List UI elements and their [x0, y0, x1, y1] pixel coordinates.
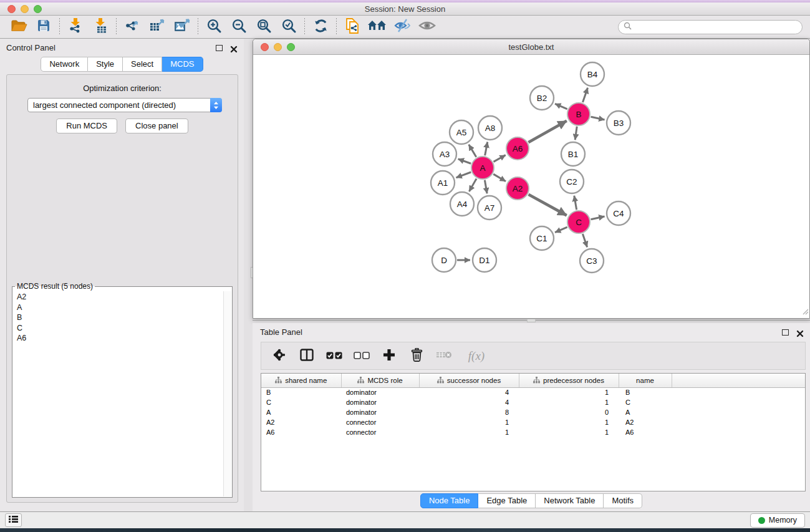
zoom-out-button[interactable] — [226, 17, 251, 37]
graph-edge-A-A4[interactable] — [469, 178, 476, 191]
export-image-button[interactable] — [170, 17, 195, 37]
graph-edge-A-A8[interactable] — [485, 142, 488, 156]
import-table-button[interactable] — [88, 17, 113, 37]
column-header[interactable]: predecessor nodes — [519, 374, 619, 387]
table-cell[interactable]: 1 — [419, 427, 519, 437]
tab-node-table[interactable]: Node Table — [420, 493, 479, 508]
column-header[interactable]: name — [619, 374, 672, 387]
graph-node-C4[interactable]: C4 — [607, 201, 630, 225]
toggle-column-button[interactable] — [297, 347, 316, 365]
graph-edge-A-A1[interactable] — [456, 172, 471, 178]
table-row[interactable]: Adominator80A — [261, 407, 805, 417]
tab-edge-table[interactable]: Edge Table — [478, 493, 536, 508]
memory-button[interactable]: Memory — [750, 513, 805, 528]
table-cell[interactable]: 0 — [519, 407, 619, 417]
table-cell[interactable]: 1 — [519, 427, 619, 437]
open-session-button[interactable] — [6, 17, 31, 37]
table-cell[interactable]: B — [619, 387, 672, 397]
graph-edge-B-B1[interactable] — [575, 127, 577, 140]
horizontal-splitter[interactable] — [253, 319, 810, 323]
table-row[interactable]: A6connector11A6 — [261, 427, 805, 437]
table-row[interactable]: Cdominator41C — [261, 397, 805, 407]
graph-node-A3[interactable]: A3 — [433, 142, 456, 166]
table-row[interactable]: Bdominator41B — [261, 387, 805, 397]
graph-edge-A-A6[interactable] — [493, 155, 505, 162]
table-cell[interactable]: A2 — [261, 417, 341, 427]
hide-selected-button[interactable] — [390, 17, 415, 37]
tab-mcds[interactable]: MCDS — [162, 57, 203, 72]
clone-network-button[interactable] — [340, 17, 365, 37]
graph-edge-A-A3[interactable] — [458, 159, 471, 163]
table-cell[interactable]: A — [261, 407, 341, 417]
graph-edge-A-A2[interactable] — [493, 174, 506, 181]
graph-edge-A-A5[interactable] — [469, 145, 476, 157]
graph-edge-A-A7[interactable] — [485, 180, 487, 194]
select-all-button[interactable] — [325, 347, 344, 365]
tab-network[interactable]: Network — [41, 57, 88, 72]
graph-node-C1[interactable]: C1 — [530, 226, 554, 250]
optimization-criterion-select[interactable]: largest connected component (directed) — [27, 98, 222, 112]
graph-node-D[interactable]: D — [432, 248, 456, 272]
table-settings-button[interactable] — [270, 347, 289, 365]
tab-network-table[interactable]: Network Table — [536, 493, 604, 508]
graph-node-B2[interactable]: B2 — [530, 86, 554, 110]
tab-motifs[interactable]: Motifs — [604, 493, 642, 508]
graph-node-D1[interactable]: D1 — [473, 248, 496, 272]
graph-edge-B-B3[interactable] — [591, 117, 605, 120]
column-header[interactable]: MCDS role — [341, 374, 419, 387]
column-header[interactable]: successor nodes — [419, 374, 519, 387]
add-column-button[interactable] — [380, 347, 398, 365]
table-cell[interactable]: B — [261, 387, 341, 397]
vertical-splitter[interactable] — [244, 39, 253, 511]
graph-node-A2[interactable]: A2 — [506, 177, 529, 200]
search-input[interactable] — [635, 22, 797, 31]
close-panel-button[interactable]: Close panel — [125, 118, 188, 133]
graph-edge-A2-C[interactable] — [529, 195, 567, 216]
graph-node-A7[interactable]: A7 — [478, 196, 501, 220]
table-cell[interactable]: C — [261, 397, 341, 407]
table-cell[interactable]: 1 — [519, 397, 619, 407]
zoom-fit-button[interactable] — [251, 17, 276, 37]
graph-node-A6[interactable]: A6 — [506, 137, 529, 160]
table-cell[interactable]: dominator — [341, 397, 419, 407]
table-cell[interactable]: 4 — [419, 397, 519, 407]
graph-edge-C-C4[interactable] — [591, 216, 605, 220]
table-cell[interactable]: A6 — [261, 427, 341, 437]
graph-edge-C-C1[interactable] — [555, 227, 567, 233]
import-network-button[interactable] — [63, 17, 88, 37]
table-cell[interactable]: A6 — [619, 427, 672, 437]
apply-layout-button[interactable] — [308, 17, 333, 37]
graph-node-A4[interactable]: A4 — [450, 192, 474, 216]
mcds-result-item[interactable]: B — [13, 312, 223, 323]
delete-table-button[interactable] — [435, 347, 453, 365]
table-cell[interactable]: dominator — [341, 387, 419, 397]
float-panel-icon[interactable] — [782, 329, 789, 336]
graph-node-A5[interactable]: A5 — [450, 120, 473, 144]
list-scrollbar[interactable] — [223, 291, 231, 496]
table-cell[interactable]: 1 — [519, 417, 619, 427]
zoom-in-button[interactable] — [201, 17, 226, 37]
graph-edge-A6-B[interactable] — [528, 121, 566, 142]
close-panel-icon[interactable] — [230, 44, 238, 52]
table-cell[interactable]: 1 — [519, 387, 619, 397]
run-mcds-button[interactable]: Run MCDS — [56, 118, 117, 133]
splitter-grip[interactable] — [527, 319, 536, 322]
mcds-result-item[interactable]: A6 — [13, 333, 223, 344]
window-resize-grip[interactable] — [801, 306, 809, 317]
graph-node-B4[interactable]: B4 — [581, 62, 604, 86]
graph-edge-C-C3[interactable] — [582, 234, 587, 247]
graph-node-B1[interactable]: B1 — [561, 142, 585, 166]
mcds-result-item[interactable]: A — [13, 302, 223, 313]
zoom-selected-button[interactable] — [276, 17, 301, 37]
table-cell[interactable]: connector — [341, 417, 419, 427]
export-table-button[interactable] — [145, 17, 170, 37]
graph-node-B[interactable]: B — [567, 103, 590, 125]
tab-select[interactable]: Select — [123, 57, 162, 72]
graph-node-C2[interactable]: C2 — [560, 170, 584, 193]
network-graph[interactable]: B4B2BB3A5A8A6B1A3AA1C2A2A4A7C4CC1C3DD1 — [253, 55, 809, 318]
graph-node-A1[interactable]: A1 — [431, 171, 455, 195]
delete-column-button[interactable] — [407, 347, 426, 365]
save-session-button[interactable] — [31, 17, 56, 37]
column-header[interactable]: shared name — [261, 374, 341, 387]
table-cell[interactable]: connector — [341, 427, 419, 437]
